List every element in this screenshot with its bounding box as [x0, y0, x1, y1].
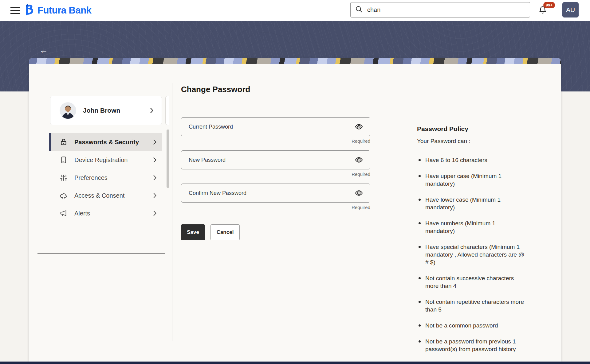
bank-logo-icon [24, 4, 34, 17]
top-navigation-bar: Futura Bank 99+ AU [0, 0, 590, 21]
policy-rule-list: Have 6 to 16 characters Have upper case … [417, 156, 525, 353]
sidebar-item-label: Access & Consent [74, 192, 146, 199]
user-avatar[interactable]: AU [562, 2, 579, 17]
back-arrow-icon[interactable]: ← [39, 46, 48, 55]
brand-name: Futura Bank [37, 5, 91, 16]
eye-icon[interactable] [355, 156, 363, 164]
hamburger-menu-icon[interactable] [10, 7, 20, 14]
required-hint: Required [181, 138, 370, 144]
profile-avatar [60, 102, 76, 119]
policy-rule: Have 6 to 16 characters [417, 156, 525, 164]
sidebar-item-access-consent[interactable]: Access & Consent [49, 187, 162, 204]
notifications-button[interactable]: 99+ [538, 4, 556, 18]
sidebar-item-passwords-security[interactable]: Passwords & Security [49, 133, 162, 151]
policy-rule: Not be a common password [417, 322, 525, 329]
policy-rule: Have numbers (Minimum 1 mandatory) [417, 219, 525, 235]
policy-subtitle: Your Password can : [417, 138, 525, 145]
current-password-input[interactable]: Current Password [181, 117, 370, 136]
save-button[interactable]: Save [181, 224, 205, 240]
cloud-share-icon [59, 192, 68, 200]
search-input[interactable] [367, 6, 525, 14]
sidebar-item-label: Device Registration [74, 157, 146, 164]
confirm-new-password-input[interactable]: Confirm New Password [181, 184, 370, 203]
new-password-label: New Password [189, 157, 226, 163]
policy-rule: Have upper case (Minimum 1 mandatory) [417, 172, 525, 188]
password-policy-panel: Password Policy Your Password can : Have… [417, 125, 525, 361]
eye-icon[interactable] [355, 122, 363, 131]
form-title: Change Password [181, 85, 370, 94]
cancel-button[interactable]: Cancel [210, 224, 240, 240]
required-hint: Required [181, 205, 370, 210]
decorative-banner-image [29, 58, 561, 64]
sidebar-scrollbar[interactable] [167, 130, 169, 188]
chevron-right-icon [153, 193, 157, 198]
sidebar-item-label: Alerts [74, 210, 146, 217]
settings-card: John Brown Passwords & Security [29, 58, 561, 362]
lock-icon [59, 138, 68, 146]
search-icon [355, 5, 363, 14]
search-box[interactable] [350, 2, 530, 17]
sidebar-item-alerts[interactable]: Alerts [49, 204, 162, 222]
brand-logo[interactable]: Futura Bank [24, 4, 91, 17]
footer-accent-bar [0, 362, 590, 364]
carousel-next-card-edge [165, 96, 169, 125]
current-password-label: Current Password [189, 124, 233, 130]
chevron-right-icon [150, 108, 154, 113]
profile-name: John Brown [83, 107, 143, 114]
eye-icon[interactable] [355, 189, 363, 197]
policy-title: Password Policy [417, 125, 525, 133]
mobile-device-icon [59, 156, 68, 164]
content-divider [172, 83, 172, 341]
chevron-right-icon [153, 175, 157, 180]
chevron-right-icon [153, 211, 157, 216]
policy-rule: Have special characters (Minimum 1 manda… [417, 243, 525, 266]
sidebar-divider [37, 254, 165, 254]
notification-count-badge: 99+ [543, 2, 555, 8]
chevron-right-icon [153, 139, 157, 145]
confirm-new-password-label: Confirm New Password [189, 190, 246, 196]
policy-rule: Have lower case (Minimum 1 mandatory) [417, 196, 525, 211]
chevron-right-icon [153, 157, 157, 163]
sidebar-item-preferences[interactable]: Preferences [49, 169, 162, 187]
sidebar-item-label: Preferences [74, 174, 146, 181]
sidebar-item-label: Passwords & Security [74, 139, 146, 146]
policy-rule: Not be a password from previous 1 passwo… [417, 338, 525, 353]
profile-card[interactable]: John Brown [50, 96, 162, 125]
change-password-form: Change Password Current Password Require… [181, 85, 370, 240]
form-actions: Save Cancel [181, 224, 370, 240]
bell-icon [538, 10, 548, 16]
policy-rule: Not contain successive characters more t… [417, 274, 525, 290]
new-password-input[interactable]: New Password [181, 150, 370, 169]
sidebar-item-device-registration[interactable]: Device Registration [49, 151, 162, 169]
policy-rule: Not contain repetitive characters more t… [417, 298, 525, 313]
settings-menu: Passwords & Security Device Registration [49, 133, 162, 222]
required-hint: Required [181, 172, 370, 177]
megaphone-icon [59, 209, 68, 218]
sliders-icon [59, 174, 68, 182]
